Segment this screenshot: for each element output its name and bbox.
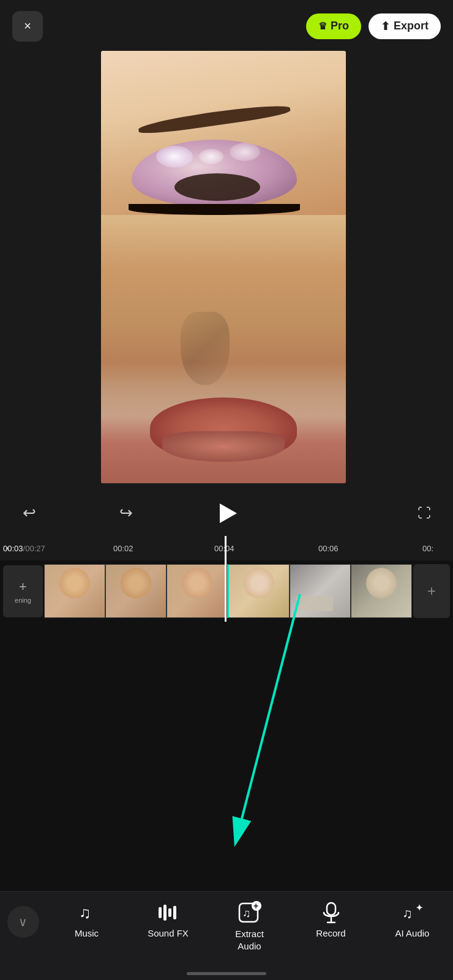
frame-1 xyxy=(44,564,105,618)
svg-text:♫: ♫ xyxy=(402,906,413,921)
time-marker-4: 00: xyxy=(422,544,433,553)
sound-fx-label: Sound FX xyxy=(148,928,189,939)
undo-button[interactable]: ↩ xyxy=(15,499,43,527)
chevron-down-icon: ∨ xyxy=(18,916,28,928)
fullscreen-button[interactable]: ⛶ xyxy=(410,499,438,527)
top-bar: × ♛ Pro ⬆ Export xyxy=(0,0,453,52)
svg-rect-6 xyxy=(173,906,176,919)
redo-icon: ↪ xyxy=(119,503,133,522)
crown-icon: ♛ xyxy=(318,20,327,32)
collapse-circle: ∨ xyxy=(7,906,39,938)
add-right-icon: + xyxy=(427,582,436,600)
svg-text:♫: ♫ xyxy=(242,907,251,919)
collapse-button[interactable]: ∨ xyxy=(0,901,46,938)
home-indicator xyxy=(187,972,266,975)
time-current: 00:03/00:27 xyxy=(3,544,45,553)
top-right-actions: ♛ Pro ⬆ Export xyxy=(306,13,441,39)
timeline-ruler: 00:03/00:27 00:02 • 00:04 00:06 00: xyxy=(0,536,453,560)
nav-item-sound-fx[interactable]: Sound FX xyxy=(141,901,196,939)
svg-rect-4 xyxy=(163,905,167,921)
nav-items: ♫ Music Sound FX xyxy=(46,901,453,952)
time-marker-1: 00:02 xyxy=(113,544,133,553)
play-icon xyxy=(220,503,237,523)
music-label: Music xyxy=(75,928,99,939)
dark-background xyxy=(0,622,453,903)
export-button[interactable]: ⬆ Export xyxy=(369,13,441,39)
frame-6 xyxy=(351,564,412,618)
undo-icon: ↩ xyxy=(23,503,36,522)
time-marker-3: 00:06 xyxy=(318,544,339,553)
bottom-nav: ∨ ♫ Music Sound FX xyxy=(0,891,453,980)
time-dot-1: • xyxy=(6,544,9,553)
filmstrip-add-left[interactable]: + ening xyxy=(3,565,43,617)
svg-text:♫: ♫ xyxy=(79,903,91,922)
music-icon: ♫ xyxy=(77,901,97,924)
filmstrip-add-right[interactable]: + xyxy=(413,564,450,618)
close-icon: × xyxy=(24,19,31,33)
pro-button[interactable]: ♛ Pro xyxy=(306,13,361,39)
frame-5 xyxy=(290,564,351,618)
filmstrip-frames xyxy=(44,564,412,618)
svg-rect-3 xyxy=(159,907,162,918)
svg-text:+: + xyxy=(253,901,258,911)
video-preview[interactable] xyxy=(101,51,346,483)
add-left-icon: + xyxy=(19,579,27,595)
export-icon: ⬆ xyxy=(381,20,390,33)
record-label: Record xyxy=(316,928,345,939)
svg-text:✦: ✦ xyxy=(416,903,423,913)
svg-rect-5 xyxy=(168,908,171,917)
close-button[interactable]: × xyxy=(12,11,43,42)
playhead xyxy=(225,536,226,622)
frame-2 xyxy=(105,564,167,618)
record-icon xyxy=(321,901,341,924)
frame-3 xyxy=(167,564,228,618)
ai-audio-icon: ♫ ✦ xyxy=(401,901,424,924)
nav-item-extract-audio[interactable]: ♫ + ExtractAudio xyxy=(222,901,277,952)
svg-rect-11 xyxy=(327,903,335,915)
video-frame xyxy=(101,51,346,483)
play-button[interactable] xyxy=(210,496,244,530)
sound-fx-icon xyxy=(157,901,179,924)
export-label: Export xyxy=(394,20,429,32)
nav-item-ai-audio[interactable]: ♫ ✦ AI Audio xyxy=(385,901,440,939)
nav-item-music[interactable]: ♫ Music xyxy=(59,901,114,939)
redo-button[interactable]: ↪ xyxy=(113,499,140,527)
ai-audio-label: AI Audio xyxy=(395,928,430,939)
nav-item-record[interactable]: Record xyxy=(304,901,359,939)
filmstrip: + ening + xyxy=(0,560,453,622)
frame-4 xyxy=(227,564,290,618)
pro-label: Pro xyxy=(331,20,349,32)
extract-audio-label: ExtractAudio xyxy=(235,928,264,952)
add-left-label: ening xyxy=(15,597,31,604)
controls-bar: ↩ ↪ ⛶ xyxy=(0,490,453,536)
extract-audio-icon: ♫ + xyxy=(238,901,261,924)
fullscreen-icon: ⛶ xyxy=(417,505,431,521)
